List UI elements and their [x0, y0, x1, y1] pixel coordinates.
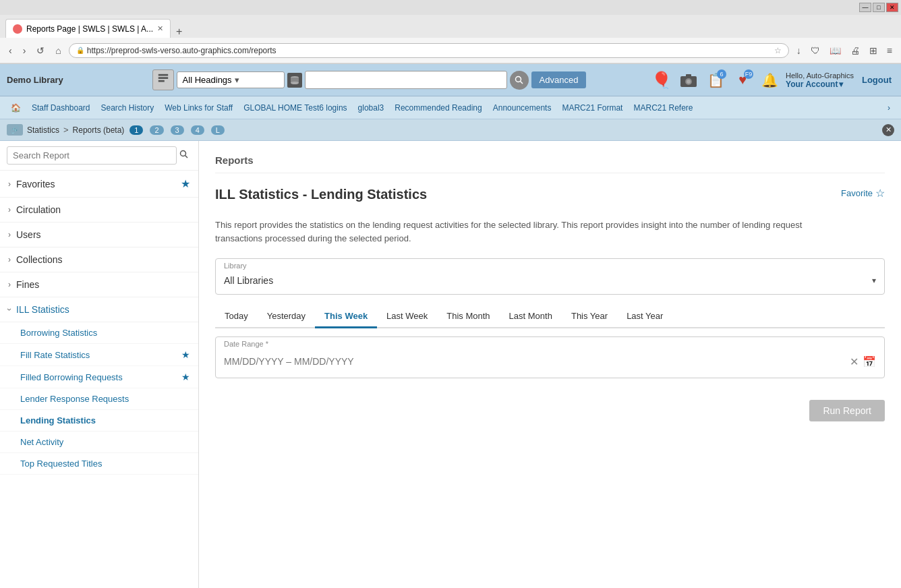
sidebar-circulation-label: Circulation	[16, 204, 61, 215]
tab-close-button[interactable]: ✕	[157, 24, 163, 33]
search-icon-box	[152, 69, 174, 90]
date-tab-this-month[interactable]: This Month	[437, 305, 499, 328]
greeting-text: Hello, Auto-Graphics	[786, 71, 854, 80]
nav-bar: 🏠 Staff Dashboard Search History Web Lin…	[0, 96, 901, 119]
camera-tool[interactable]	[678, 69, 699, 91]
home-button[interactable]: ⌂	[52, 44, 64, 57]
nav-item-marc21-refere[interactable]: MARC21 Refere	[628, 96, 698, 119]
sidebar-subitem-borrowing-statistics[interactable]: Borrowing Statistics	[0, 322, 198, 344]
favorite-label: Favorite	[841, 188, 873, 198]
date-tab-last-week[interactable]: Last Week	[377, 305, 437, 328]
bell-tool[interactable]: 🔔	[759, 69, 780, 91]
date-range-actions: ✕ 📅	[850, 355, 876, 368]
favorite-area[interactable]: Favorite ☆	[841, 187, 885, 200]
logout-button[interactable]: Logout	[859, 75, 894, 85]
account-dropdown[interactable]: Your Account ▾	[786, 80, 843, 89]
search-submit-button[interactable]	[510, 71, 529, 90]
bookmark-star-icon: ☆	[774, 46, 782, 55]
new-tab-button[interactable]: +	[171, 26, 187, 38]
user-area: Hello, Auto-Graphics Your Account ▾	[786, 71, 854, 89]
menu-button[interactable]: ≡	[883, 43, 896, 58]
sidebar-subitem-filled-borrowing-requests[interactable]: Filled Borrowing Requests ★	[0, 366, 198, 388]
date-range-calendar-button[interactable]: 📅	[863, 355, 876, 368]
sidebar-item-fines[interactable]: › Fines	[0, 272, 198, 297]
extensions-button[interactable]: ⊞	[866, 43, 881, 58]
date-tab-last-year[interactable]: Last Year	[617, 305, 672, 328]
breadcrumb-page-l[interactable]: L	[211, 125, 225, 135]
sidebar-item-users[interactable]: › Users	[0, 223, 198, 247]
pocket-button[interactable]: 🖨	[847, 43, 863, 58]
sidebar-search-button[interactable]	[177, 147, 192, 164]
nav-item-web-links[interactable]: Web Links for Staff	[159, 96, 238, 119]
nav-item-global3[interactable]: global3	[353, 96, 390, 119]
run-report-button[interactable]: Run Report	[809, 400, 885, 421]
lending-statistics-label: Lending Statistics	[20, 415, 96, 425]
refresh-button[interactable]: ↺	[33, 44, 48, 57]
breadcrumb-separator: >	[63, 125, 69, 135]
sidebar-search-area	[0, 141, 198, 171]
date-range-clear-button[interactable]: ✕	[850, 355, 859, 368]
close-button[interactable]: ✕	[886, 3, 898, 12]
svg-point-12	[181, 151, 186, 156]
filled-borrowing-star-icon: ★	[181, 372, 190, 382]
sidebar-item-ill-statistics[interactable]: › ILL Statistics	[0, 297, 198, 322]
favorite-star-icon[interactable]: ☆	[875, 187, 885, 200]
browser-chrome: — □ ✕ Reports Page | SWLS | SWLS | A... …	[0, 0, 901, 64]
nav-item-home[interactable]: 🏠	[5, 96, 26, 119]
sidebar-item-circulation[interactable]: › Circulation	[0, 198, 198, 223]
search-icon	[515, 76, 524, 85]
content-title: Reports	[215, 154, 885, 173]
sidebar-subitem-fill-rate-statistics[interactable]: Fill Rate Statistics ★	[0, 344, 198, 366]
sidebar-search-input[interactable]	[7, 146, 177, 165]
search-input[interactable]	[305, 71, 507, 89]
nav-item-marc21-format[interactable]: MARC21 Format	[556, 96, 628, 119]
fill-rate-star-icon: ★	[181, 349, 190, 360]
balloon-tool[interactable]: 🎈	[651, 69, 672, 91]
maximize-button[interactable]: □	[873, 3, 885, 12]
library-dropdown[interactable]: All Libraries ▾	[224, 272, 876, 289]
dropdown-chevron-icon: ▾	[235, 75, 239, 85]
sidebar-subitem-top-requested-titles[interactable]: Top Requested Titles	[0, 453, 198, 475]
minimize-button[interactable]: —	[859, 3, 871, 12]
nav-item-search-history[interactable]: Search History	[96, 96, 160, 119]
date-tab-this-year[interactable]: This Year	[562, 305, 617, 328]
nav-item-staff-dashboard[interactable]: Staff Dashboard	[26, 96, 96, 119]
advanced-search-button[interactable]: Advanced	[531, 71, 587, 88]
nav-item-recommended-reading[interactable]: Recommended Reading	[389, 96, 487, 119]
browser-tab[interactable]: Reports Page | SWLS | SWLS | A... ✕	[5, 19, 171, 38]
date-range-input[interactable]	[224, 356, 850, 367]
sidebar-subitem-lender-response-requests[interactable]: Lender Response Requests	[0, 388, 198, 410]
date-tab-this-week[interactable]: This Week	[315, 305, 377, 328]
date-tab-last-month[interactable]: Last Month	[500, 305, 562, 328]
back-button[interactable]: ‹	[5, 44, 16, 57]
favorites-star-icon: ★	[181, 177, 190, 190]
sidebar-subitem-lending-statistics[interactable]: Lending Statistics	[0, 410, 198, 432]
nav-item-announcements[interactable]: Announcements	[488, 96, 557, 119]
sidebar-item-collections[interactable]: › Collections	[0, 247, 198, 272]
forward-button[interactable]: ›	[20, 44, 30, 57]
breadcrumb-page-2[interactable]: 2	[150, 125, 163, 135]
favorites-tool[interactable]: ♥ F9	[732, 69, 753, 91]
breadcrumb-statistics[interactable]: Statistics	[27, 125, 59, 135]
breadcrumb-close-button[interactable]: ✕	[882, 124, 894, 136]
breadcrumb-reports[interactable]: Reports (beta)	[73, 125, 125, 135]
sidebar-collections-label: Collections	[16, 254, 62, 265]
search-type-dropdown[interactable]: All Headings ▾	[177, 71, 285, 88]
notifications-tool[interactable]: 📋 6	[705, 69, 726, 91]
date-tab-yesterday[interactable]: Yesterday	[258, 305, 315, 328]
sidebar-item-favorites[interactable]: › Favorites ★	[0, 171, 198, 198]
users-chevron-icon: ›	[8, 230, 11, 239]
address-bar[interactable]: 🔒 https://preprod-swls-verso.auto-graphi…	[69, 43, 789, 58]
nav-more-button[interactable]: ›	[882, 96, 896, 119]
breadcrumb-page-3[interactable]: 3	[171, 125, 184, 135]
date-range-field: ✕ 📅	[224, 351, 876, 372]
sidebar-subitem-net-activity[interactable]: Net Activity	[0, 432, 198, 453]
nav-item-global-home[interactable]: GLOBAL HOME Test6 logins	[238, 96, 352, 119]
breadcrumb-page-4[interactable]: 4	[191, 125, 204, 135]
filled-borrowing-requests-label: Filled Borrowing Requests	[20, 372, 123, 382]
shield-button[interactable]: 🛡	[807, 43, 823, 58]
reader-button[interactable]: 📖	[826, 43, 844, 58]
downloads-button[interactable]: ↓	[793, 43, 805, 58]
breadcrumb-page-1[interactable]: 1	[129, 125, 143, 135]
date-tab-today[interactable]: Today	[215, 305, 258, 328]
